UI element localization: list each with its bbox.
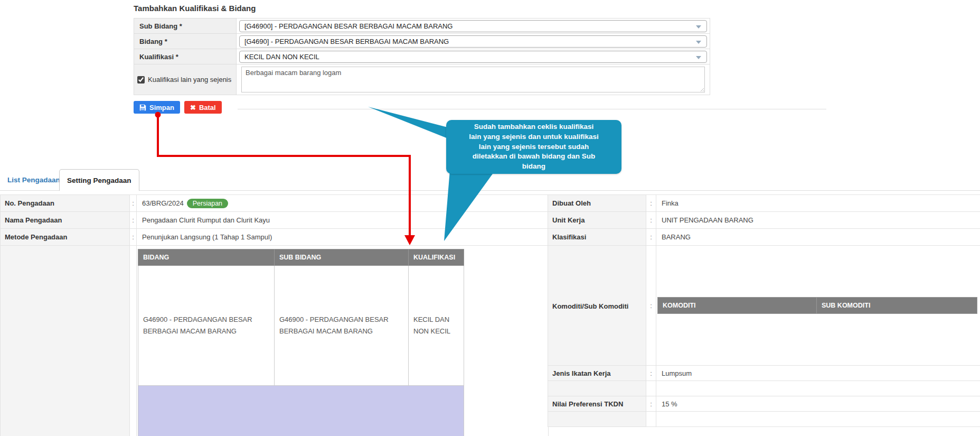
form-title: Tambahkan Kualifikasi & Bidang (134, 4, 710, 13)
row-label (548, 412, 646, 427)
row-label: Unit Kerja (548, 212, 646, 229)
table-row-empty (548, 381, 980, 396)
bidang-field: [G4690] - PERDAGANGAN BESAR BERBAGAI MAC… (237, 34, 710, 49)
status-badge: Persiapan (187, 199, 228, 208)
row-label (548, 381, 646, 396)
bidang-select[interactable]: [G4690] - PERDAGANGAN BESAR BERBAGAI MAC… (239, 35, 707, 48)
row-value: Finka (656, 195, 980, 212)
cancel-button-label: Batal (199, 104, 216, 112)
bidang-selected-value: [G4690] - PERDAGANGAN BESAR BERBAGAI MAC… (244, 38, 449, 45)
sub-bidang-cell: G46900 - PERDAGANGAN BESAR BERBAGAI MACA… (275, 266, 409, 386)
tab-setting-pengadaan[interactable]: Setting Pengadaan (59, 169, 139, 191)
cancel-button[interactable]: ✖ Batal (184, 101, 222, 114)
table-row: Nama Pengadaan : Pengadaan Clurit Rumput… (1, 212, 549, 229)
x-icon: ✖ (190, 104, 196, 112)
row-label: Nilai Preferensi TKDN (548, 396, 646, 412)
sejenis-checkbox[interactable] (137, 76, 145, 84)
kualifikasi-selected-value: KECIL DAN NON KECIL (244, 53, 319, 61)
row-label: No. Pengadaan (1, 195, 130, 212)
sub-bidang-select[interactable]: [G46900] - PERDAGANGAN BESAR BERBAGAI MA… (239, 20, 707, 32)
row-value: UNIT PENGADAAN BARANG (656, 212, 980, 229)
tab-list-pengadaan[interactable]: List Pengadaan (0, 169, 68, 190)
row-label: Dibuat Oleh (548, 195, 646, 212)
form-row-kualifikasi: Kualifikasi * KECIL DAN NON KECIL (134, 49, 710, 64)
page: Tambahkan Kualifikasi & Bidang Sub Bidan… (0, 0, 980, 436)
save-button[interactable]: Simpan (134, 101, 180, 114)
form-buttons: Simpan ✖ Batal (134, 101, 710, 114)
table-row: Nilai Preferensi TKDN : 15 % (548, 396, 980, 412)
detail-table-left: No. Pengadaan : 63/BRG/2024Persiapan Nam… (0, 194, 549, 436)
table-row: Metode Pengadaan : Penunjukan Langsung (… (1, 229, 549, 246)
row-value (656, 381, 980, 396)
kualifikasi-select[interactable]: KECIL DAN NON KECIL (239, 51, 707, 63)
bidang-sub-bidang-table: BIDANG SUB BIDANG KUALIFIKASI G46900 - P… (138, 249, 464, 436)
table-row-komoditi: Komoditi/Sub Komoditi : KOMODITI SUB KOM… (548, 246, 980, 366)
callout-bubble: Sudah tambahkan ceklis kualifikasi lain … (446, 120, 621, 174)
chevron-down-icon (696, 25, 701, 29)
table-row: G46900 - PERDAGANGAN BESAR BERBAGAI MACA… (138, 266, 464, 386)
colon: : (646, 195, 656, 212)
row-value: BARANG (656, 229, 980, 246)
form-row-sub-bidang: Sub Bidang * [G46900] - PERDAGANGAN BESA… (134, 18, 710, 34)
sejenis-checkbox-label: Kualifikasi lain yang sejenis (148, 76, 231, 84)
colon: : (130, 246, 137, 436)
column-header-bidang: BIDANG (138, 249, 275, 266)
colon (646, 381, 656, 396)
pengadaan-number: 63/BRG/2024 (142, 199, 184, 207)
row-value: 15 % (656, 396, 980, 412)
bidang-cell: G46900 - PERDAGANGAN BESAR BERBAGAI MACA… (138, 266, 275, 386)
row-value: KOMODITI SUB KOMODITI (656, 246, 980, 366)
row-label: Jenis Ikatan Kerja (548, 366, 646, 381)
table-header-row: BIDANG SUB BIDANG KUALIFIKASI (138, 249, 464, 266)
save-button-label: Simpan (149, 104, 174, 112)
column-header-komoditi: KOMODITI (658, 298, 817, 314)
form-row-bidang: Bidang * [G4690] - PERDAGANGAN BESAR BER… (134, 34, 710, 49)
colon: : (130, 195, 137, 212)
form-table: Sub Bidang * [G46900] - PERDAGANGAN BESA… (134, 18, 710, 95)
sejenis-textarea[interactable]: Berbagai macam barang logam (241, 67, 705, 92)
kualifikasi-label: Kualifikasi * (134, 49, 237, 64)
sejenis-checkbox-cell: Kualifikasi lain yang sejenis (134, 64, 237, 95)
row-value (656, 412, 980, 427)
komoditi-table: KOMODITI SUB KOMODITI (657, 297, 977, 314)
table-row: Dibuat Oleh : Finka (548, 195, 980, 212)
chevron-down-icon (696, 56, 701, 59)
colon: : (130, 212, 137, 229)
table-header-row: KOMODITI SUB KOMODITI (658, 298, 977, 314)
colon: : (646, 229, 656, 246)
column-header-sub-komoditi: SUB KOMODITI (817, 298, 977, 314)
colon: : (646, 366, 656, 381)
column-header-sub-bidang: SUB BIDANG (275, 249, 409, 266)
sejenis-field: Berbagai macam barang logam (237, 64, 710, 95)
row-label: Bidang/Sub Bidang (1, 246, 130, 436)
sub-bidang-label: Sub Bidang * (134, 18, 237, 33)
save-icon (139, 104, 146, 111)
table-row: Unit Kerja : UNIT PENGADAAN BARANG (548, 212, 980, 229)
row-label: Klasifikasi (548, 229, 646, 246)
row-value: BIDANG SUB BIDANG KUALIFIKASI G46900 - P… (137, 246, 549, 436)
row-value: Penunjukan Langsung (1 Tahap 1 Sampul) (137, 229, 549, 246)
sub-bidang-field: [G46900] - PERDAGANGAN BESAR BERBAGAI MA… (237, 18, 710, 33)
colon: : (646, 212, 656, 229)
row-label: Nama Pengadaan (1, 212, 130, 229)
row-value: Pengadaan Clurit Rumput dan Clurit Kayu (137, 212, 549, 229)
table-row: No. Pengadaan : 63/BRG/2024Persiapan (1, 195, 549, 212)
table-row: Jenis Ikatan Kerja : Lumpsum (548, 366, 980, 381)
bidang-label: Bidang * (134, 34, 237, 49)
table-row-empty (548, 412, 980, 427)
sejenis-row: Kualifikasi Lain Yang Sejenis :Berbagai … (138, 386, 464, 436)
table-row-bidang-sub-bidang: Bidang/Sub Bidang : BIDANG SUB BIDANG KU… (1, 246, 549, 436)
row-label: Komoditi/Sub Komoditi (548, 246, 646, 366)
table-row: Klasifikasi : BARANG (548, 229, 980, 246)
add-qualification-form: Tambahkan Kualifikasi & Bidang Sub Bidan… (134, 0, 710, 114)
kualifikasi-field: KECIL DAN NON KECIL (237, 49, 710, 64)
colon (646, 412, 656, 427)
sub-bidang-selected-value: [G46900] - PERDAGANGAN BESAR BERBAGAI MA… (244, 22, 453, 30)
colon: : (646, 396, 656, 412)
row-label: Metode Pengadaan (1, 229, 130, 246)
colon: : (646, 246, 656, 366)
row-value: 63/BRG/2024Persiapan (137, 195, 549, 212)
kualifikasi-cell: KECIL DAN NON KECIL (409, 266, 464, 386)
column-header-kualifikasi: KUALIFIKASI (409, 249, 464, 266)
chevron-down-icon (696, 41, 701, 44)
